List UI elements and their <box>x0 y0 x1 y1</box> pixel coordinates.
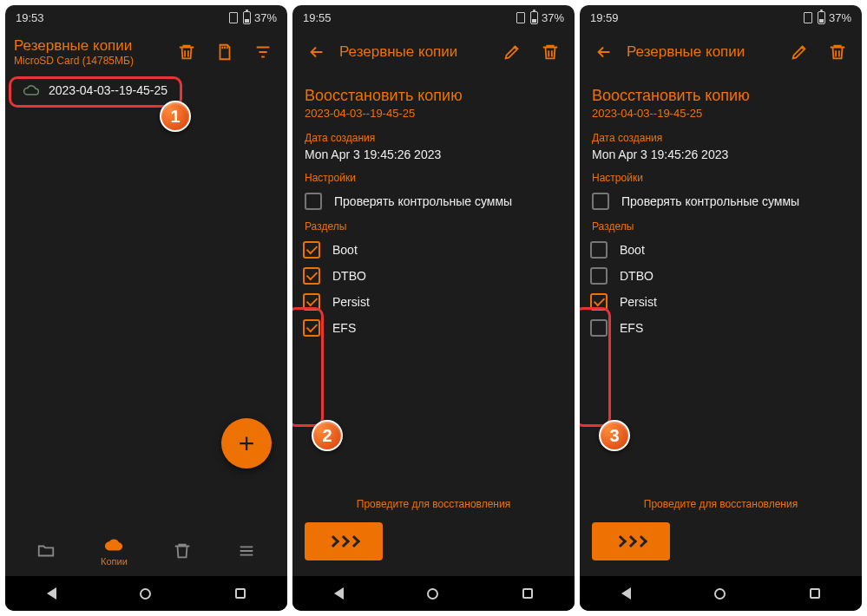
partition-name: DTBO <box>620 269 654 283</box>
swipe-instruction: Проведите для восстановления <box>580 498 862 510</box>
swipe-restore-button[interactable] <box>592 522 670 560</box>
nav-files[interactable] <box>36 541 56 560</box>
date-label: Дата создания <box>305 132 562 144</box>
restore-subtitle: 2023-04-03--19-45-25 <box>305 107 562 120</box>
edit-button[interactable] <box>784 36 815 68</box>
checkbox-efs[interactable] <box>590 319 608 337</box>
back-button[interactable] <box>621 587 631 600</box>
partition-name: EFS <box>332 321 356 335</box>
bottom-nav: Копии <box>5 526 287 576</box>
back-button[interactable] <box>301 36 332 68</box>
filter-button[interactable] <box>247 36 279 68</box>
trash-icon <box>173 541 192 560</box>
cloud-icon <box>23 84 40 96</box>
date-value: Mon Apr 3 19:45:26 2023 <box>592 147 850 161</box>
status-bar: 19:53 37% <box>5 5 287 29</box>
home-button[interactable] <box>427 588 438 600</box>
checkbox-checksums[interactable] <box>305 193 322 210</box>
date-label: Дата создания <box>592 132 850 144</box>
checkbox-boot[interactable] <box>303 241 320 259</box>
chevron-right-icon <box>348 535 360 547</box>
arrow-left-icon <box>594 43 614 62</box>
plus-icon: + <box>239 428 255 460</box>
partition-name: Persist <box>332 295 370 309</box>
page-title: Резервные копии <box>627 43 777 61</box>
checkbox-boot[interactable] <box>590 241 608 259</box>
checksums-label: Проверять контрольные суммы <box>621 194 799 208</box>
nav-trash[interactable] <box>173 541 192 560</box>
checkbox-dtbo[interactable] <box>303 267 320 285</box>
cloud-icon <box>104 535 123 554</box>
screen-2: 19:55 37% Резервные копии Воосстановить … <box>292 5 575 611</box>
storage-button[interactable] <box>209 36 240 68</box>
clock: 19:53 <box>16 11 44 24</box>
partition-name: EFS <box>620 321 643 335</box>
back-button[interactable] <box>334 587 344 600</box>
home-button[interactable] <box>140 588 151 600</box>
folder-icon <box>36 541 56 560</box>
app-bar: Резервные копии MicroSD Card (14785МБ) <box>5 29 287 75</box>
recents-button[interactable] <box>522 588 533 599</box>
recents-button[interactable] <box>810 588 820 599</box>
battery-pct: 37% <box>829 11 851 24</box>
partitions-label: Разделы <box>305 220 562 233</box>
restore-title: Воосстановить копию <box>305 87 562 105</box>
partition-list: Boot DTBO Persist EFS <box>590 241 850 337</box>
add-backup-fab[interactable]: + <box>221 418 272 469</box>
back-button[interactable] <box>588 36 620 68</box>
back-button[interactable] <box>47 587 56 600</box>
arrow-left-icon <box>307 43 326 62</box>
sd-icon <box>229 12 238 23</box>
recents-button[interactable] <box>235 588 246 599</box>
restore-title: Воосстановить копию <box>592 87 850 105</box>
pencil-icon <box>790 43 809 62</box>
battery-pct: 37% <box>542 11 564 24</box>
app-bar: Резервные копии <box>580 29 862 75</box>
backup-list-item[interactable]: 2023-04-03--19-45-25 <box>17 75 275 106</box>
trash-icon <box>541 43 560 62</box>
nav-label: Копии <box>101 556 128 567</box>
battery-icon <box>530 11 538 24</box>
nav-backups[interactable]: Копии <box>101 535 128 567</box>
sd-card-icon <box>215 43 234 62</box>
battery-icon <box>818 11 825 24</box>
menu-icon <box>237 541 256 560</box>
checkbox-checksums[interactable] <box>592 193 609 210</box>
partition-name: Boot <box>332 243 358 257</box>
checkbox-persist[interactable] <box>590 293 608 311</box>
home-button[interactable] <box>714 588 726 600</box>
delete-button[interactable] <box>822 36 853 68</box>
screen-3: 19:59 37% Резервные копии Воосстановить … <box>580 5 862 611</box>
delete-button[interactable] <box>535 36 566 68</box>
pencil-icon <box>502 43 522 62</box>
edit-button[interactable] <box>496 36 528 68</box>
callout-badge: 2 <box>312 420 343 451</box>
checkbox-persist[interactable] <box>303 293 320 311</box>
page-title: Резервные копии <box>14 37 164 55</box>
battery-pct: 37% <box>254 11 277 24</box>
delete-button[interactable] <box>171 36 202 68</box>
chevron-right-icon <box>635 535 647 547</box>
callout-badge: 1 <box>160 101 191 132</box>
backup-name: 2023-04-03--19-45-25 <box>49 83 167 97</box>
sd-icon <box>516 12 525 23</box>
system-nav <box>5 576 287 611</box>
swipe-instruction: Проведите для восстановления <box>292 498 575 510</box>
filter-icon <box>253 43 273 62</box>
clock: 19:59 <box>590 11 619 24</box>
checksums-label: Проверять контрольные суммы <box>334 194 512 208</box>
trash-icon <box>828 43 847 62</box>
partition-name: Persist <box>620 295 657 309</box>
checkbox-dtbo[interactable] <box>590 267 608 285</box>
status-bar: 19:59 37% <box>580 5 862 29</box>
partition-name: Boot <box>620 243 645 257</box>
nav-menu[interactable] <box>237 541 256 560</box>
restore-subtitle: 2023-04-03--19-45-25 <box>592 107 850 120</box>
battery-icon <box>243 11 251 24</box>
partition-list: Boot DTBO Persist EFS <box>303 241 562 337</box>
settings-label: Настройки <box>305 172 562 184</box>
partition-name: DTBO <box>332 269 366 283</box>
swipe-restore-button[interactable] <box>305 522 383 560</box>
callout-badge: 3 <box>599 420 630 451</box>
checkbox-efs[interactable] <box>303 319 320 337</box>
